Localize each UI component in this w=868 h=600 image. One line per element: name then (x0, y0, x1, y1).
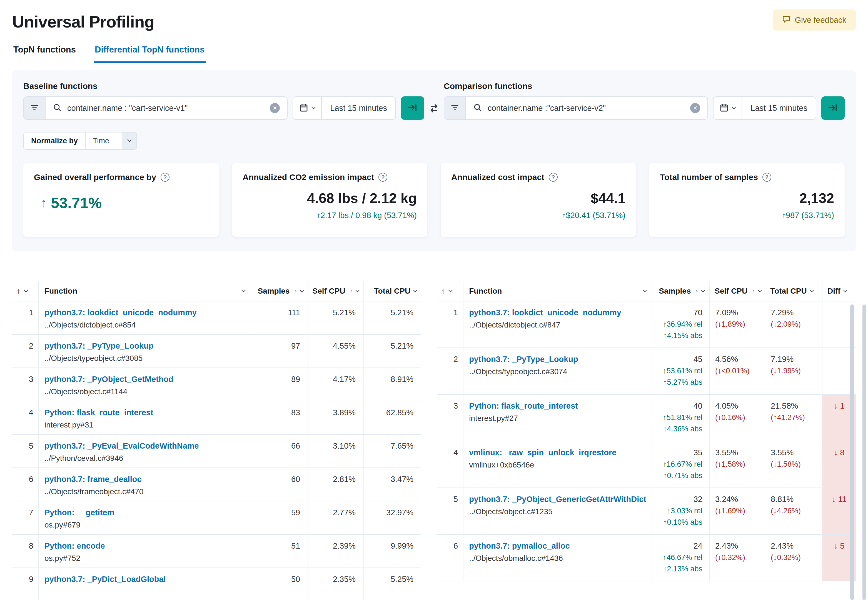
self-cpu-delta: (↓1.69%) (715, 507, 765, 515)
filter-icon (451, 104, 459, 113)
function-link[interactable]: python3.7: _PyObject_GetMethod (44, 368, 245, 384)
co2-impact-value: 4.68 lbs / 2.12 kg (242, 190, 417, 206)
swap-icon[interactable] (429, 103, 439, 115)
table-row[interactable]: 5 python3.7: _PyObject_GenericGetAttrWit… (437, 488, 856, 535)
table-scrollbar[interactable] (850, 305, 854, 600)
self-cpu-delta: (↓1.58%) (715, 460, 765, 469)
tab-differential-topn-functions[interactable]: Differential TopN functions (94, 42, 206, 63)
table-row[interactable]: 3 Python: flask_route_interestinterest.p… (437, 395, 856, 441)
rank-column-header[interactable]: ↑ (12, 281, 39, 301)
table-row[interactable]: 8 Python: encodeos.py#752 51 2.39% 9.99% (12, 535, 421, 568)
table-row[interactable]: 2 python3.7: _PyType_Lookup../Objects/ty… (12, 335, 421, 368)
self-cpu-value: 5.21% (308, 302, 364, 334)
clear-query-icon[interactable]: ✕ (270, 103, 280, 113)
baseline-apply-button[interactable] (401, 96, 424, 120)
table-row[interactable]: 3 python3.7: _PyObject_GetMethod../Objec… (12, 368, 421, 402)
comparison-calendar-button[interactable] (713, 97, 742, 119)
column-info-icon: ◔ (751, 287, 755, 295)
samples-column-header[interactable]: Samples ◔ (251, 281, 308, 301)
normalize-by-value[interactable]: Time (86, 132, 122, 149)
comparison-search-input[interactable]: container.name :"cart-service-v2" ✕ (466, 97, 707, 119)
self-cpu-value: 3.10% (308, 435, 364, 468)
function-location: os.py#679 (44, 521, 245, 529)
total-cpu-value: 7.29% (771, 308, 822, 317)
total-cpu-value: 9.99% (364, 535, 421, 568)
help-icon[interactable]: ? (762, 173, 771, 182)
function-location: ../Objects/frameobject.c#470 (44, 487, 245, 496)
table-row[interactable]: 9 python3.7: _PyDict_LoadGlobal 50 2.35%… (12, 568, 421, 600)
rank-column-header[interactable]: ↑ (437, 281, 464, 301)
function-location: ../Objects/object.c#1144 (44, 387, 245, 396)
self-cpu-value: 2.77% (308, 502, 364, 534)
function-link[interactable]: Python: __getitem__ (44, 502, 245, 517)
page-scrollbar[interactable] (862, 305, 866, 600)
samples-value: 97 (251, 335, 308, 368)
table-row[interactable]: 1 python3.7: lookdict_unicode_nodummy../… (437, 302, 856, 348)
function-link[interactable]: python3.7: lookdict_unicode_nodummy (469, 302, 646, 317)
card-title: Gained overall performance by (34, 173, 156, 182)
function-link[interactable]: python3.7: _PyType_Lookup (44, 335, 245, 350)
baseline-calendar-button[interactable] (293, 97, 322, 119)
help-icon[interactable]: ? (161, 173, 170, 182)
function-column-header[interactable]: Function (464, 281, 652, 301)
samples-value: 70 (652, 308, 702, 317)
card-title: Total number of samples (660, 173, 758, 182)
baseline-filter-button[interactable] (24, 97, 45, 119)
self-cpu-column-header[interactable]: Self CPU ◔ (308, 281, 364, 301)
comparison-filter-button[interactable] (444, 97, 466, 119)
table-row[interactable]: 4 Python: flask_route_interestinterest.p… (12, 402, 421, 435)
self-cpu-delta: (↓<0.01%) (715, 367, 765, 375)
table-row[interactable]: 2 python3.7: _PyType_Lookup../Objects/ty… (437, 348, 856, 395)
function-location: interest.py#27 (469, 414, 646, 423)
chevron-down-icon (809, 288, 814, 292)
table-row[interactable]: 4 vmlinux: _raw_spin_unlock_irqrestorevm… (437, 441, 856, 488)
self-cpu-column-header[interactable]: Self CPU ◔ (710, 281, 765, 301)
total-cpu-column-header[interactable]: Total CPU (765, 281, 823, 301)
function-link[interactable]: python3.7: frame_dealloc (44, 468, 245, 484)
table-row[interactable]: 5 python3.7: _PyEval_EvalCodeWithName../… (12, 435, 421, 468)
self-cpu-value: 4.05% (715, 402, 765, 411)
table-row[interactable]: 6 python3.7: pymalloc_alloc../Objects/ob… (437, 535, 856, 581)
table-row[interactable]: 6 python3.7: frame_dealloc../Objects/fra… (12, 468, 421, 502)
total-cpu-delta: (↓0.32%) (771, 553, 822, 562)
samples-value: 35 (652, 448, 702, 457)
table-row[interactable]: 1 python3.7: lookdict_unicode_nodummy../… (12, 302, 421, 335)
function-location: interest.py#31 (44, 421, 245, 429)
total-cpu-column-header[interactable]: Total CPU (364, 281, 421, 301)
function-link[interactable]: python3.7: _PyEval_EvalCodeWithName (44, 435, 245, 450)
give-feedback-button[interactable]: Give feedback (773, 9, 856, 30)
comparison-apply-button[interactable] (821, 96, 845, 120)
tables-section: ↑ Function Samples ◔ Self CPU ◔ (12, 281, 856, 600)
comparison-time-range[interactable]: Last 15 minutes (742, 97, 816, 119)
comparison-query-text: container.name :"cart-service-v2" (488, 104, 606, 113)
clear-query-icon[interactable]: ✕ (690, 103, 700, 113)
help-icon[interactable]: ? (549, 173, 557, 182)
function-link[interactable]: Python: encode (44, 535, 245, 550)
function-link[interactable]: python3.7: pymalloc_alloc (469, 535, 646, 550)
chevron-down-icon (448, 288, 453, 292)
tab-topn-functions[interactable]: TopN functions (12, 42, 77, 63)
baseline-search-input[interactable]: container.name : "cart-service-v1" ✕ (45, 97, 287, 119)
function-link[interactable]: Python: flask_route_interest (44, 402, 245, 417)
function-link[interactable]: python3.7: _PyObject_GenericGetAttrWithD… (469, 488, 646, 504)
function-link[interactable]: python3.7: _PyDict_LoadGlobal (44, 568, 245, 584)
total-cpu-delta: (↓2.09%) (771, 320, 822, 329)
baseline-time-range[interactable]: Last 15 minutes (322, 97, 395, 119)
function-link[interactable]: python3.7: _PyType_Lookup (469, 348, 646, 364)
total-samples-delta: ↑987 (53.71%) (660, 211, 834, 220)
total-cpu-value: 7.65% (364, 435, 421, 468)
calendar-icon (720, 103, 729, 113)
universal-profiling-page: Universal Profiling Give feedback TopN f… (0, 0, 868, 600)
function-link[interactable]: Python: flask_route_interest (469, 395, 646, 411)
help-icon[interactable]: ? (379, 173, 387, 182)
diff-column-header[interactable]: Diff (823, 281, 856, 301)
function-column-header[interactable]: Function (39, 281, 251, 301)
comparison-table-header: ↑ Function Samples ◔ Self CPU ◔ (437, 281, 856, 302)
performance-gain-card: Gained overall performance by ? ↑ 53.71% (23, 163, 219, 237)
function-link[interactable]: vmlinux: _raw_spin_unlock_irqrestore (469, 441, 646, 457)
function-link[interactable]: python3.7: lookdict_unicode_nodummy (44, 302, 245, 317)
samples-column-header[interactable]: Samples ◔ (652, 281, 710, 301)
normalize-dropdown-button[interactable] (122, 132, 136, 149)
samples-abs-delta: ↑4.36% abs (652, 425, 702, 433)
table-row[interactable]: 7 Python: __getitem__os.py#679 59 2.77% … (12, 502, 421, 535)
